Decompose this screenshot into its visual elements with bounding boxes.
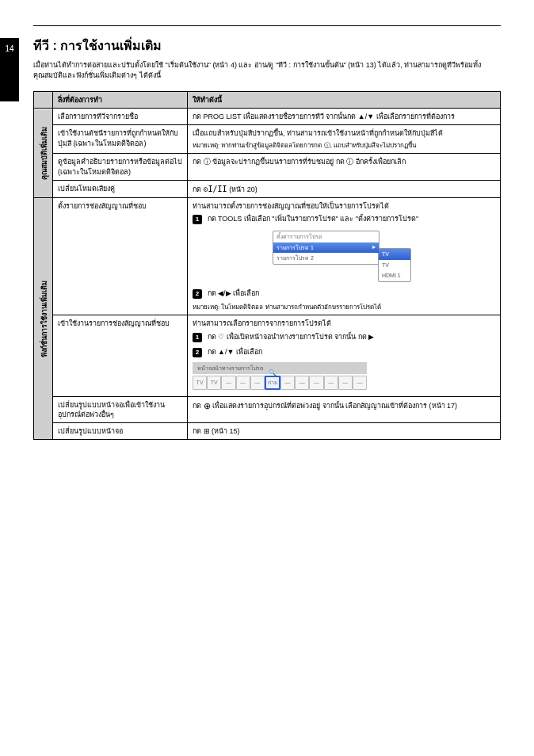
page-number: 14: [0, 38, 19, 101]
fav-slot: TV: [207, 376, 221, 390]
step-1-icon: 1: [193, 215, 202, 224]
category-features: คุณสมบัติเพิ่มเติม: [34, 109, 53, 198]
todo-7: เปลี่ยนรูปแบบหน้าจอเพื่อเข้าใช้งานอุปกรณ…: [53, 397, 188, 423]
step-2-icon: 2: [193, 289, 202, 299]
todo-3: ดูข้อมูลคำอธิบายรายการหรือข้อมูลต่อไป (เ…: [53, 154, 188, 180]
do-7: กด ⊕ เพื่อแสดงรายการอุปกรณ์ที่ต่อพ่วงอยู…: [188, 397, 501, 423]
fav-slot: —: [250, 376, 265, 390]
dual-sound-icon: ⊙I/II: [204, 185, 227, 193]
do-8: กด ⊞ (หน้า 15): [188, 423, 501, 440]
header-do: ให้ทำดังนี้: [188, 92, 501, 109]
header-blank: [34, 92, 53, 109]
todo-6: เข้าใช้งานรายการช่องสัญญาณที่ชอบ: [53, 315, 188, 397]
todo-5: ตั้งรายการช่องสัญญาณที่ชอบ: [53, 198, 188, 315]
fav-slot: —: [309, 376, 323, 390]
favorite-nav-ui: หน้าจอนำทางรายการโปรด TV TV — — — ถ่าย —…: [193, 362, 367, 391]
page-number-value: 14: [5, 44, 13, 53]
fav-slot: TV: [193, 376, 207, 390]
todo-4: เปลี่ยนโหมดเสียงคู่: [53, 180, 188, 198]
instruction-table: สิ่งที่ต้องการทำ ให้ทำดังนี้ คุณสมบัติเพ…: [33, 91, 501, 440]
page: 14 ทีวี : การใช้งานเพิ่มเติม เมื่อท่านได…: [0, 0, 534, 462]
step-2b-icon: 2: [193, 348, 202, 357]
do-1: กด PROG LIST เพื่อแสดงรายชื่อรายการทีวี …: [188, 109, 501, 125]
todo-8: เปลี่ยนรูปแบบหน้าจอ: [53, 423, 188, 440]
category-functions: ฟังก์ชั่นการใช้งานเพิ่มเติม: [34, 198, 53, 440]
fav-slot: —: [221, 376, 235, 390]
do-3: กด ⓘ ข้อมูลจะปรากฏขึ้นบนรายการที่รับชมอย…: [188, 154, 501, 180]
favorite-main-panel: ตั้งค่ารายการโปรด รายการโปรด 1 รายการโปร…: [273, 231, 380, 264]
page-title: ทีวี : การใช้งานเพิ่มเติม: [33, 36, 501, 55]
page-subtitle: เมื่อท่านได้ทำการต่อสายและปรับตั้งโดยใช้…: [33, 60, 501, 80]
fav-slot: —: [295, 376, 309, 390]
fav-item-2: รายการโปรด 2: [273, 253, 379, 263]
fav-slot: —: [353, 376, 367, 390]
favorite-setup-ui: ตั้งค่ารายการโปรด รายการโปรด 1 รายการโปร…: [273, 231, 415, 281]
fav-slot: —: [324, 376, 338, 390]
header-todo: สิ่งที่ต้องการทำ: [53, 92, 188, 109]
todo-1: เลือกรายการทีวีจากรายชื่อ: [53, 109, 188, 125]
input-source-icon: ⊕: [204, 401, 211, 410]
do-6: ท่านสามารถเลือกรายการจากรายการโปรดได้ 1 …: [188, 315, 501, 397]
do-4: กด ⊙I/II (หน้า 20): [188, 180, 501, 198]
do-5: ท่านสามารถตั้งรายการช่องสัญญาณที่ชอบให้เ…: [188, 198, 501, 315]
step-1b-icon: 1: [193, 333, 202, 342]
favorite-sub-panel: TV TV HDMI 1: [378, 248, 411, 281]
fav-item-1: รายการโปรด 1: [273, 242, 379, 253]
fav-slot: —: [280, 376, 295, 390]
fav-slot: —: [236, 376, 250, 390]
top-rule: [33, 25, 501, 26]
todo-2: เข้าใช้งานดัชนีรายการที่ถูกกำหนดให้กับปุ…: [53, 125, 188, 154]
fav-slot: —: [338, 376, 353, 390]
do-2: เมื่อแถบสำหรับปุ่มสีปรากฏขึ้น, ท่านสามาร…: [188, 125, 501, 154]
fav-slot-selected: ถ่าย: [265, 376, 280, 390]
favorite-nav-bar: TV TV — — — ถ่าย — — — — — —: [193, 374, 367, 391]
